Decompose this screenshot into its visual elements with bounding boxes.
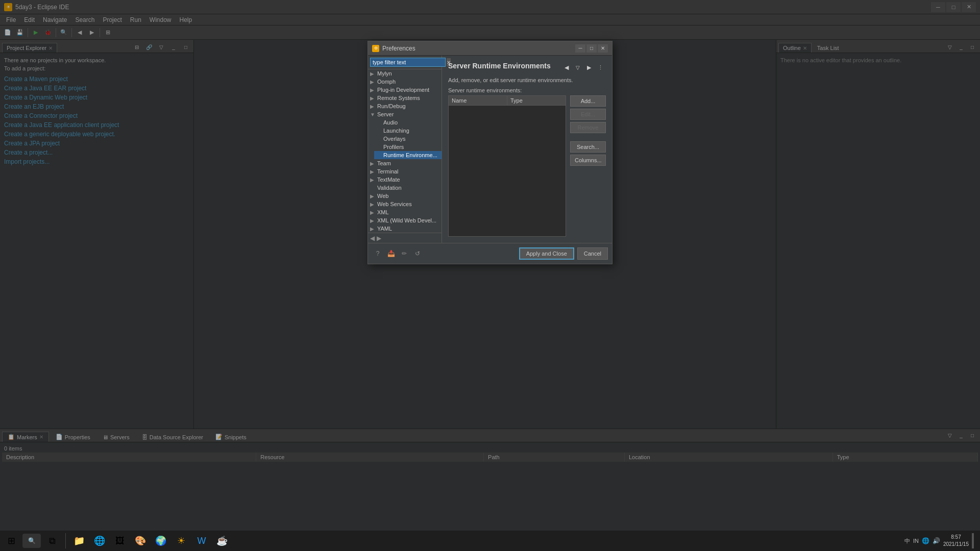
content-dropdown-button[interactable]: ▽ bbox=[572, 62, 583, 73]
taskbar-search[interactable]: 🔍 bbox=[22, 534, 41, 548]
footer-left: ? 📥 ✏ ↺ bbox=[372, 248, 423, 259]
mylyn-label: Mylyn bbox=[377, 70, 392, 77]
edit-button[interactable]: Edit... bbox=[570, 109, 606, 120]
nav-back-button[interactable]: ◀ bbox=[370, 235, 375, 242]
dialog-icon: ⚙ bbox=[372, 45, 379, 52]
tree-item-textmate[interactable]: ▶ TextMate bbox=[368, 176, 442, 184]
tree-item-overlays[interactable]: ▶ Overlays bbox=[374, 135, 442, 143]
launching-label: Launching bbox=[383, 128, 409, 134]
apply-close-button[interactable]: Apply and Close bbox=[519, 247, 574, 260]
content-description: Add, remove, or edit server runtime envi… bbox=[448, 77, 606, 83]
remove-button[interactable]: Remove bbox=[570, 122, 606, 133]
cancel-button[interactable]: Cancel bbox=[577, 247, 608, 260]
remote-systems-label: Remote Systems bbox=[377, 95, 420, 101]
tray-network: 🌐 bbox=[922, 537, 929, 544]
start-button[interactable]: ⊞ bbox=[2, 532, 20, 550]
reset-button[interactable]: ↺ bbox=[412, 248, 423, 259]
preferences-dialog: ⚙ Preferences ─ □ ✕ ✕ bbox=[368, 41, 612, 264]
tree-item-yaml[interactable]: ▶ YAML bbox=[368, 224, 442, 233]
tray-lang: 中 bbox=[904, 537, 910, 545]
runtime-env-label: Runtime Environme... bbox=[383, 152, 437, 158]
web-arrow: ▶ bbox=[370, 193, 376, 199]
textmate-arrow: ▶ bbox=[370, 177, 376, 183]
mylyn-arrow: ▶ bbox=[370, 71, 376, 77]
xml-label: XML bbox=[377, 209, 389, 215]
taskbar-chrome[interactable]: 🌍 bbox=[152, 532, 170, 550]
dialog-overlay: ⚙ Preferences ─ □ ✕ ✕ bbox=[0, 0, 980, 531]
content-header: Server Runtime Environments ◀ ▽ ▶ ⋮ bbox=[448, 62, 606, 73]
taskbar-java[interactable]: ☕ bbox=[213, 532, 231, 550]
runtime-table-container: Name Type bbox=[448, 95, 566, 237]
tree-item-mylyn[interactable]: ▶ Mylyn bbox=[368, 69, 442, 78]
taskbar-date: 2021/11/15 bbox=[943, 541, 969, 548]
taskbar: ⊞ 🔍 ⧉ 📁 🌐 🖼 🎨 🌍 ☀ W ☕ 中 IN 🌐 🔊 8:57 2021… bbox=[0, 531, 980, 551]
nav-forward-button[interactable]: ▶ bbox=[377, 235, 381, 242]
dialog-footer: ? 📥 ✏ ↺ Apply and Close Cancel bbox=[368, 243, 612, 264]
taskbar-sep bbox=[65, 533, 66, 548]
tree-item-remote-systems[interactable]: ▶ Remote Systems bbox=[368, 94, 442, 102]
add-button[interactable]: Add... bbox=[570, 95, 606, 107]
preferences-tree-scroll[interactable]: ▶ Mylyn ▶ Oomph ▶ Plug-in Development bbox=[368, 69, 442, 233]
tree-item-oomph[interactable]: ▶ Oomph bbox=[368, 78, 442, 86]
tree-item-team[interactable]: ▶ Team bbox=[368, 159, 442, 167]
content-menu-button[interactable]: ⋮ bbox=[595, 62, 606, 73]
tree-item-validation[interactable]: ▶ Validation bbox=[368, 184, 442, 192]
tree-item-profilers[interactable]: ▶ Profilers bbox=[374, 143, 442, 151]
web-services-arrow: ▶ bbox=[370, 202, 376, 207]
taskbar-edge[interactable]: 🌐 bbox=[90, 532, 109, 550]
yaml-label: YAML bbox=[377, 226, 392, 232]
taskbar-file-explorer[interactable]: 📁 bbox=[70, 532, 88, 550]
footer-right: Apply and Close Cancel bbox=[519, 247, 608, 260]
help-icon-button[interactable]: ? bbox=[372, 248, 383, 259]
tree-item-audio[interactable]: ▶ Audio bbox=[374, 118, 442, 127]
dialog-minimize-button[interactable]: ─ bbox=[575, 44, 585, 53]
tree-item-xml-wild[interactable]: ▶ XML (Wild Web Devel... bbox=[368, 216, 442, 224]
runtime-table-header: Name Type bbox=[449, 96, 566, 106]
col-name: Name bbox=[449, 96, 507, 105]
terminal-arrow: ▶ bbox=[370, 169, 376, 174]
filter-input[interactable] bbox=[370, 58, 446, 67]
tree-item-runtime-env[interactable]: ▶ Runtime Environme... bbox=[374, 151, 442, 159]
oomph-arrow: ▶ bbox=[370, 79, 376, 85]
runtime-area: Name Type Add... Edit... Remove Search..… bbox=[448, 95, 606, 237]
show-desktop-button[interactable] bbox=[972, 533, 974, 548]
tree-item-web[interactable]: ▶ Web bbox=[368, 192, 442, 200]
dialog-close-button[interactable]: ✕ bbox=[598, 44, 608, 53]
taskbar-word[interactable]: W bbox=[192, 532, 211, 550]
server-children: ▶ Audio ▶ Launching ▶ Overlays bbox=[368, 118, 442, 159]
runtime-actions: Add... Edit... Remove Search... Columns.… bbox=[570, 95, 606, 237]
dialog-titlebar: ⚙ Preferences ─ □ ✕ bbox=[368, 41, 612, 56]
search-button[interactable]: Search... bbox=[570, 141, 606, 153]
filter-wrap: ✕ bbox=[368, 56, 442, 69]
table-label: Server runtime environments: bbox=[448, 87, 606, 93]
validation-label: Validation bbox=[377, 185, 402, 191]
export-button[interactable]: ✏ bbox=[399, 248, 410, 259]
tree-item-run-debug[interactable]: ▶ Run/Debug bbox=[368, 102, 442, 110]
tree-item-launching[interactable]: ▶ Launching bbox=[374, 127, 442, 135]
content-forward-button[interactable]: ▶ bbox=[583, 62, 595, 73]
tree-item-server[interactable]: ▼ Server bbox=[368, 110, 442, 118]
terminal-label: Terminal bbox=[377, 168, 399, 174]
dialog-maximize-button[interactable]: □ bbox=[586, 44, 597, 53]
import-button[interactable]: 📥 bbox=[385, 248, 397, 259]
profilers-label: Profilers bbox=[383, 144, 404, 150]
tree-item-plugin-dev[interactable]: ▶ Plug-in Development bbox=[368, 86, 442, 94]
taskbar-eclipse[interactable]: ☀ bbox=[172, 532, 190, 550]
task-view-button[interactable]: ⧉ bbox=[43, 532, 61, 550]
run-debug-label: Run/Debug bbox=[377, 103, 406, 109]
col-type: Type bbox=[507, 96, 566, 105]
server-label: Server bbox=[377, 111, 394, 117]
taskbar-paint[interactable]: 🎨 bbox=[131, 532, 150, 550]
web-label: Web bbox=[377, 193, 388, 199]
content-title: Server Runtime Environments bbox=[448, 62, 561, 70]
columns-button[interactable]: Columns... bbox=[570, 155, 606, 166]
taskbar-photos[interactable]: 🖼 bbox=[111, 532, 129, 550]
tree-item-web-services[interactable]: ▶ Web Services bbox=[368, 200, 442, 208]
server-arrow: ▼ bbox=[370, 112, 376, 117]
tree-item-xml[interactable]: ▶ XML bbox=[368, 208, 442, 216]
dialog-body: ✕ ▶ Mylyn ▶ Oomph bbox=[368, 56, 612, 243]
content-back-button[interactable]: ◀ bbox=[561, 62, 572, 73]
tree-item-terminal[interactable]: ▶ Terminal bbox=[368, 167, 442, 176]
preferences-tree-panel: ✕ ▶ Mylyn ▶ Oomph bbox=[368, 56, 442, 243]
preferences-tree-wrap: ▶ Mylyn ▶ Oomph ▶ Plug-in Development bbox=[368, 69, 442, 243]
